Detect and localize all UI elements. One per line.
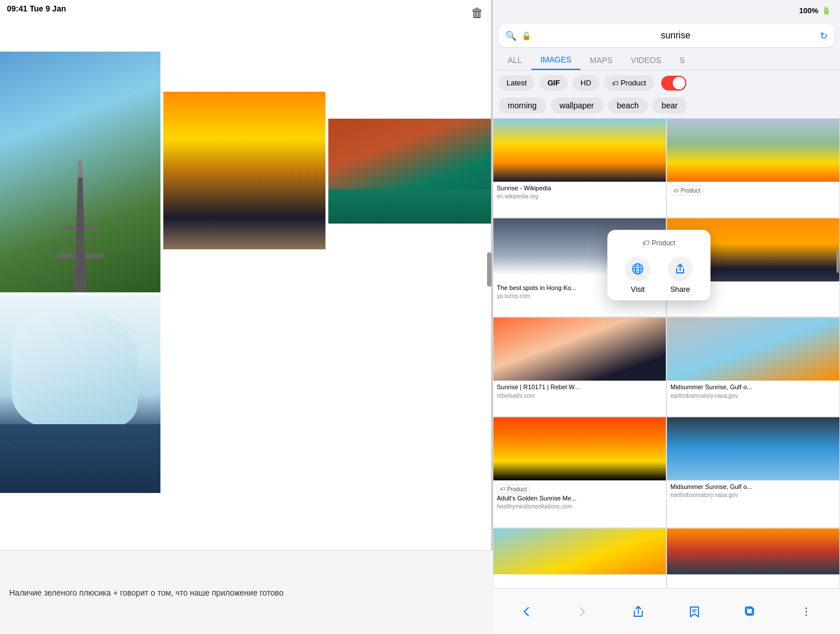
tab-all[interactable]: ALL	[498, 51, 531, 69]
results-scrollbar[interactable]	[837, 250, 839, 273]
card-info-1: Sunrise - Wikipedia en.wikipedia.org	[493, 182, 666, 203]
browser-address-bar[interactable]: 🔍 🔒 sunrise ↻	[498, 24, 834, 47]
result-img-1	[493, 119, 666, 182]
result-card-2[interactable]: 🏷 Product	[666, 118, 840, 218]
card-domain-5: rebelwalls.com	[497, 393, 662, 399]
eiffel-image[interactable]	[0, 52, 160, 292]
filter-product[interactable]: 🏷 Product	[604, 75, 654, 91]
result-img-10	[667, 529, 839, 574]
card-domain-1: en.wikipedia.org	[497, 193, 662, 199]
filter-hd[interactable]: HD	[572, 75, 599, 91]
card-title-8: Midsummer Sunrise, Gulf o...	[670, 483, 836, 491]
result-card-9[interactable]	[493, 528, 666, 588]
card-info-2: 🏷 Product	[667, 182, 839, 199]
tag-sm-icon: 🏷	[674, 188, 679, 194]
popup-share-action[interactable]: Share	[668, 256, 693, 293]
tab-more[interactable]: S	[670, 51, 694, 69]
left-panel: 09:41 Tue 9 Jan 🗑 Наличие зеленого плюси…	[0, 0, 493, 634]
tag-icon: 🏷	[612, 80, 618, 87]
result-card-7[interactable]: 🏷 Product Adult's Golden Sunrise Me... h…	[493, 417, 666, 528]
card-title-5: Sunrise | R10171 | Rebel W...	[497, 383, 662, 391]
tag-sm-icon-7: 🏷	[500, 486, 505, 492]
result-img-2	[667, 119, 839, 182]
popup-overlay: 🏷 Product Visit	[607, 230, 711, 300]
result-img-6	[667, 318, 839, 381]
result-card-10[interactable]	[666, 528, 840, 588]
result-img-5	[493, 318, 666, 381]
tab-images[interactable]: IMAGES	[531, 50, 580, 70]
address-text[interactable]: sunrise	[536, 30, 815, 41]
bottom-text: Наличие зеленого плюсика + говорит о том…	[9, 588, 284, 597]
reload-icon[interactable]: ↻	[820, 30, 827, 41]
back-button[interactable]	[513, 601, 540, 623]
card-info-5: Sunrise | R10171 | Rebel W... rebelwalls…	[493, 381, 666, 402]
share-button[interactable]	[625, 601, 651, 623]
result-card-1[interactable]: Sunrise - Wikipedia en.wikipedia.org	[493, 118, 666, 218]
card-domain-8: earthobservatory.nasa.gov	[670, 492, 836, 498]
popup-share-label: Share	[670, 285, 690, 293]
popup-visit-action[interactable]: Visit	[625, 256, 650, 293]
tabs-button[interactable]	[737, 601, 763, 623]
menu-button[interactable]	[793, 601, 819, 623]
result-img-8	[667, 417, 839, 480]
card-info-6: Midsummer Sunrise, Gulf o... earthobserv…	[667, 381, 839, 402]
browser-bottom-bar	[493, 588, 840, 634]
browser-status-bar: 100% 🔋	[493, 0, 840, 21]
image-grid	[0, 0, 493, 550]
filter-row: Latest GIF HD 🏷 Product	[493, 71, 840, 95]
product-badge-2: 🏷 Product	[670, 186, 704, 195]
filter-latest[interactable]: Latest	[498, 75, 535, 91]
svg-point-10	[806, 610, 807, 612]
popup-visit-icon	[625, 256, 650, 281]
filter-toggle[interactable]	[661, 76, 686, 91]
right-panel: 100% 🔋 🔍 🔒 sunrise ↻ ALL IMAGES MAPS VID…	[493, 0, 840, 634]
popup-actions: Visit Share	[625, 256, 693, 293]
card-title-7: Adult's Golden Sunrise Me...	[497, 494, 662, 502]
popup-share-icon	[668, 256, 693, 281]
bottom-text-bar: Наличие зеленого плюсика + говорит о том…	[0, 550, 493, 634]
popup-product-label: Product	[651, 239, 675, 247]
tab-maps[interactable]: MAPS	[580, 51, 622, 69]
result-img-9	[493, 529, 666, 574]
forward-button[interactable]	[569, 601, 595, 623]
popup-product-badge: 🏷 Product	[642, 239, 675, 247]
result-img-7	[493, 417, 666, 480]
battery-percent: 100%	[799, 6, 818, 15]
card-domain-7: healthymindsmeditations.com	[497, 503, 662, 510]
browser-tabs-row: ALL IMAGES MAPS VIDEOS S	[493, 50, 840, 71]
venice-image[interactable]	[328, 119, 493, 224]
keyword-beach[interactable]: beach	[608, 97, 648, 114]
card-title-1: Sunrise - Wikipedia	[497, 184, 662, 192]
card-title-6: Midsummer Sunrise, Gulf o...	[670, 383, 836, 391]
battery-icon: 🔋	[822, 6, 831, 15]
svg-point-9	[806, 607, 807, 609]
search-results: Sunrise - Wikipedia en.wikipedia.org 🏷 P…	[493, 118, 840, 588]
search-icon: 🔍	[505, 30, 517, 41]
iceberg-image[interactable]	[0, 295, 160, 493]
bookmarks-button[interactable]	[681, 601, 708, 623]
result-card-6[interactable]: Midsummer Sunrise, Gulf o... earthobserv…	[666, 317, 840, 417]
popup-tag-icon: 🏷	[642, 239, 649, 247]
card-info-8: Midsummer Sunrise, Gulf o... earthobserv…	[667, 480, 839, 502]
popup-visit-label: Visit	[631, 285, 645, 293]
svg-point-11	[806, 614, 807, 616]
result-card-8[interactable]: Midsummer Sunrise, Gulf o... earthobserv…	[666, 417, 840, 528]
keyword-bear[interactable]: bear	[653, 97, 687, 114]
filter-gif[interactable]: GIF	[539, 75, 568, 91]
card-domain-6: earthobservatory.nasa.gov	[670, 393, 836, 399]
keyword-wallpaper[interactable]: wallpaper	[551, 97, 603, 114]
product-badge-7: 🏷 Product	[497, 484, 530, 494]
result-card-5[interactable]: Sunrise | R10171 | Rebel W... rebelwalls…	[493, 317, 666, 417]
sunrise-beach-image[interactable]	[163, 92, 325, 249]
tab-videos[interactable]: VIDEOS	[622, 51, 670, 69]
keyword-row: morning wallpaper beach bear	[493, 95, 840, 118]
lock-icon: 🔒	[521, 31, 531, 40]
status-right: 100% 🔋	[799, 6, 831, 15]
card-info-7: 🏷 Product Adult's Golden Sunrise Me... h…	[493, 480, 666, 513]
keyword-morning[interactable]: morning	[498, 97, 546, 114]
scroll-handle[interactable]	[487, 252, 492, 287]
